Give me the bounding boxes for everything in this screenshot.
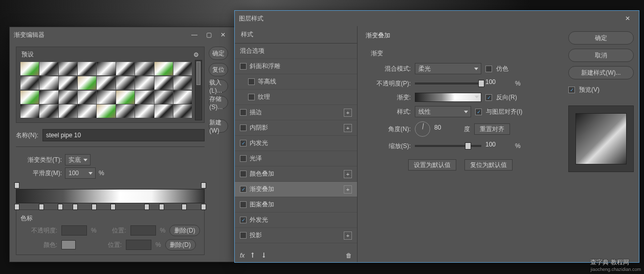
preset-swatch[interactable] — [154, 62, 173, 75]
style-checkbox[interactable] — [248, 78, 255, 85]
style-item-等高线[interactable]: 等高线 — [235, 74, 357, 90]
smoothness-input[interactable]: 100 — [65, 167, 96, 179]
ok-button[interactable]: 确定 — [568, 31, 634, 45]
style-checkbox[interactable] — [240, 155, 247, 162]
style-checkbox[interactable] — [240, 140, 247, 146]
color-stop[interactable] — [201, 204, 206, 210]
minimize-button[interactable]: ― — [187, 29, 202, 40]
new-button[interactable]: 新建(W) — [209, 119, 228, 133]
preset-swatch[interactable] — [97, 91, 115, 104]
color-swatch-picker[interactable] — [61, 240, 76, 249]
layer-style-titlebar[interactable]: 图层样式 ✕ — [235, 11, 639, 26]
preset-swatch[interactable] — [59, 62, 77, 75]
gradient-type-dropdown[interactable]: 实底 — [65, 154, 91, 165]
preset-swatch[interactable] — [39, 62, 58, 75]
color-stop[interactable] — [14, 204, 19, 210]
preset-swatch[interactable] — [154, 76, 173, 90]
cancel-button[interactable]: 取消 — [568, 49, 634, 62]
style-checkbox[interactable] — [240, 232, 247, 239]
style-checkbox[interactable] — [240, 217, 247, 223]
preset-swatch[interactable] — [116, 76, 135, 90]
style-item-渐变叠加[interactable]: 渐变叠加+ — [235, 182, 357, 197]
opacity-value[interactable]: 100 — [485, 78, 511, 89]
style-item-颜色叠加[interactable]: 颜色叠加+ — [235, 166, 357, 182]
preset-swatch[interactable] — [39, 104, 58, 118]
preset-scrollbar[interactable] — [195, 60, 202, 120]
set-default-button[interactable]: 设置为默认值 — [408, 159, 456, 171]
preset-swatch[interactable] — [59, 76, 77, 90]
preset-swatch[interactable] — [154, 91, 173, 104]
color-stop[interactable] — [58, 204, 63, 210]
trash-icon[interactable]: 🗑 — [346, 252, 352, 259]
preset-swatch[interactable] — [39, 76, 58, 90]
color-position-input[interactable] — [126, 240, 151, 250]
load-button[interactable]: 载入(L)... — [209, 79, 228, 93]
position-input[interactable] — [130, 225, 156, 236]
style-item-图案叠加[interactable]: 图案叠加 — [235, 197, 357, 213]
preset-swatch[interactable] — [97, 62, 115, 75]
preview-checkbox[interactable] — [568, 87, 575, 93]
style-checkbox[interactable] — [240, 171, 247, 177]
gradient-bar[interactable] — [16, 189, 205, 203]
style-checkbox[interactable] — [240, 124, 247, 131]
reverse-checkbox[interactable] — [485, 94, 492, 101]
add-effect-icon[interactable]: + — [344, 170, 352, 178]
style-checkbox[interactable] — [240, 63, 247, 70]
preset-swatch[interactable] — [59, 104, 77, 118]
preset-swatch[interactable] — [116, 62, 135, 75]
preset-swatch[interactable] — [135, 76, 153, 90]
color-stop[interactable] — [110, 204, 116, 210]
opacity-slider[interactable] — [415, 82, 481, 85]
preset-swatch[interactable] — [173, 91, 192, 104]
style-item-斜面和浮雕[interactable]: 斜面和浮雕 — [235, 59, 357, 74]
preset-swatch[interactable] — [97, 104, 115, 118]
close-button[interactable]: ✕ — [620, 13, 635, 24]
reset-align-button[interactable]: 重置对齐 — [474, 123, 510, 135]
down-arrow-icon[interactable]: 🠗 — [261, 252, 267, 259]
color-stop[interactable] — [144, 204, 149, 210]
save-button[interactable]: 存储(S)... — [209, 96, 228, 109]
style-dropdown[interactable]: 线性 — [415, 106, 471, 117]
style-item-内发光[interactable]: 内发光 — [235, 136, 357, 151]
preset-swatch[interactable] — [173, 62, 192, 75]
new-style-button[interactable]: 新建样式(W)... — [568, 66, 634, 79]
preset-swatch[interactable] — [116, 91, 135, 104]
preset-swatch[interactable] — [116, 104, 135, 118]
add-effect-icon[interactable]: + — [344, 185, 352, 194]
preset-swatch[interactable] — [78, 104, 96, 118]
preset-swatch[interactable] — [78, 91, 96, 104]
color-stop[interactable] — [182, 204, 187, 210]
color-stop[interactable] — [92, 204, 97, 210]
opacity-input[interactable] — [61, 225, 87, 236]
color-stop[interactable] — [159, 204, 164, 210]
style-checkbox[interactable] — [240, 186, 247, 193]
preset-swatch[interactable] — [39, 91, 58, 104]
preset-swatch[interactable] — [135, 104, 153, 118]
scale-slider[interactable] — [415, 145, 481, 147]
style-checkbox[interactable] — [240, 109, 247, 116]
angle-value[interactable]: 80 — [434, 124, 460, 134]
preset-swatch[interactable] — [97, 76, 115, 90]
color-stop[interactable] — [73, 204, 78, 210]
style-item-外发光[interactable]: 外发光 — [235, 213, 357, 228]
gradient-editor-titlebar[interactable]: 渐变编辑器 ― ▢ ✕ — [10, 27, 234, 43]
opacity-stop[interactable] — [201, 182, 206, 188]
up-arrow-icon[interactable]: 🠕 — [250, 252, 256, 259]
preset-swatch[interactable] — [20, 76, 39, 90]
add-effect-icon[interactable]: + — [344, 109, 352, 117]
preset-swatch[interactable] — [135, 91, 153, 104]
style-checkbox[interactable] — [248, 94, 255, 100]
add-effect-icon[interactable]: + — [344, 231, 352, 240]
delete-opacity-stop-button[interactable]: 删除(D) — [169, 225, 200, 236]
add-effect-icon[interactable]: + — [344, 124, 352, 132]
style-item-投影[interactable]: 投影+ — [235, 228, 357, 243]
preset-swatch[interactable] — [20, 104, 39, 118]
fx-icon[interactable]: fx — [240, 252, 245, 259]
delete-color-stop-button[interactable]: 删除(D) — [165, 239, 196, 250]
preset-swatch[interactable] — [20, 91, 39, 104]
gradient-name-input[interactable] — [42, 129, 205, 141]
preset-swatch[interactable] — [20, 62, 39, 75]
preset-swatch[interactable] — [154, 104, 173, 118]
style-item-内阴影[interactable]: 内阴影+ — [235, 120, 357, 136]
preset-swatch[interactable] — [78, 62, 96, 75]
